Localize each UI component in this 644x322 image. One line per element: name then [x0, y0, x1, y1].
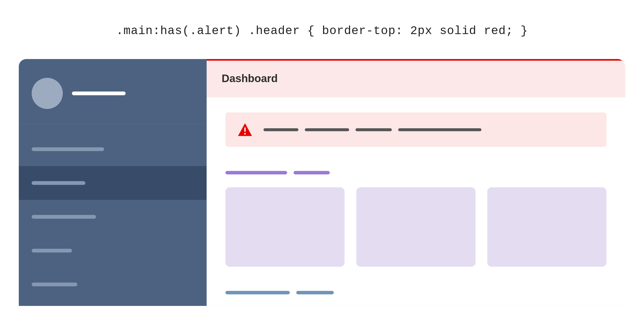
content-area	[207, 97, 625, 306]
sidebar-item-6[interactable]	[19, 301, 207, 306]
stat-card[interactable]	[225, 187, 345, 267]
stat-card[interactable]	[356, 187, 475, 267]
section-blue	[225, 291, 606, 306]
svg-rect-0	[244, 127, 246, 132]
section-title-placeholder	[225, 171, 606, 174]
sidebar-item-2-active[interactable]	[19, 166, 207, 200]
stat-card[interactable]	[487, 187, 606, 267]
nav-label-placeholder	[32, 181, 85, 185]
sidebar-item-3[interactable]	[19, 200, 207, 234]
page-title: Dashboard	[222, 72, 610, 85]
warning-icon	[237, 123, 253, 137]
sidebar-item-1[interactable]	[19, 132, 207, 166]
sidebar	[19, 59, 207, 306]
sidebar-item-4[interactable]	[19, 234, 207, 268]
app-window: Dashboard	[19, 59, 625, 306]
sidebar-item-5[interactable]	[19, 268, 207, 301]
nav-label-placeholder	[32, 283, 77, 286]
section-purple	[225, 171, 606, 267]
sidebar-profile	[19, 59, 207, 125]
avatar[interactable]	[32, 78, 63, 109]
profile-name-placeholder	[72, 92, 126, 95]
nav-label-placeholder	[32, 215, 96, 219]
nav-label-placeholder	[32, 249, 72, 253]
page-header: Dashboard	[207, 59, 625, 97]
alert-text-placeholder	[264, 128, 481, 131]
svg-point-1	[244, 133, 246, 134]
alert-banner	[225, 112, 606, 147]
nav-label-placeholder	[32, 147, 104, 151]
sidebar-nav	[19, 125, 207, 306]
css-code-snippet: .main:has(.alert) .header { border-top: …	[0, 0, 644, 59]
section-title-placeholder	[225, 291, 606, 294]
card-row	[225, 187, 606, 267]
main-content: Dashboard	[207, 59, 625, 306]
